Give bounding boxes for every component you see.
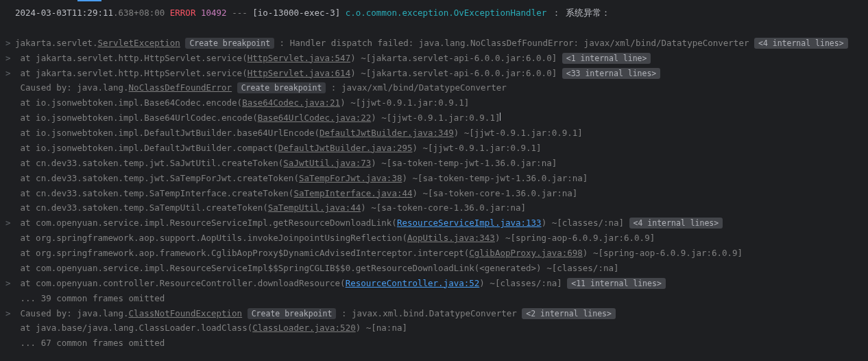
source-link[interactable]: ClassLoader.java:520	[252, 323, 356, 333]
timestamp: 2024-03-03T11:29:11.638+08:00	[15, 8, 165, 18]
fold-caret[interactable]: >	[5, 276, 15, 291]
fold-caret[interactable]: >	[5, 216, 15, 231]
log-message: 系统异常：	[566, 8, 610, 18]
exception-link[interactable]: ServletException	[97, 38, 180, 48]
internal-lines-badge[interactable]: <1 internal line>	[562, 53, 651, 64]
fold-caret[interactable]: >	[5, 36, 15, 51]
create-breakpoint-button[interactable]: Create breakpoint	[248, 308, 337, 319]
frames-omitted: ... 67 common frames omitted	[0, 336, 868, 351]
log-level: ERROR	[170, 8, 196, 18]
source-link[interactable]: DefaultJwtBuilder.java:295	[278, 143, 413, 153]
exception-line: >jakarta.servlet.ServletException Create…	[0, 36, 868, 51]
source-link[interactable]: SaJwtUtil.java:73	[283, 158, 371, 168]
empty-line	[0, 21, 868, 36]
source-link[interactable]: SaTempInterface.java:44	[293, 188, 412, 198]
source-link[interactable]: SaTempForJwt.java:38	[299, 173, 402, 183]
stack-frame: at cn.dev33.satoken.temp.SaTempInterface…	[0, 186, 868, 201]
stack-frame: at cn.dev33.satoken.temp.jwt.SaJwtUtil.c…	[0, 156, 868, 171]
source-link[interactable]: HttpServlet.java:547	[248, 53, 351, 63]
stack-frame: at io.jsonwebtoken.impl.DefaultJwtBuilde…	[0, 141, 868, 156]
internal-lines-badge[interactable]: <33 internal lines>	[562, 68, 661, 79]
pid: 10492	[201, 8, 227, 18]
exception-link[interactable]: ClassNotFoundException	[129, 308, 243, 318]
stack-frame: at com.openyuan.service.impl.ResourceSer…	[0, 261, 868, 276]
log-header: 2024-03-03T11:29:11.638+08:00 ERROR 1049…	[0, 5, 868, 21]
stack-frame: at cn.dev33.satoken.temp.jwt.SaTempForJw…	[0, 171, 868, 186]
stack-frame: at org.springframework.aop.framework.Cgl…	[0, 246, 868, 261]
source-link[interactable]: ResourceController.java:52	[346, 278, 480, 288]
stack-frame: at org.springframework.aop.support.AopUt…	[0, 231, 868, 246]
source-link[interactable]: ResourceServiceImpl.java:133	[397, 218, 542, 228]
stack-frame: > at jakarta.servlet.http.HttpServlet.se…	[0, 51, 868, 66]
stack-frame: at java.base/java.lang.ClassLoader.loadC…	[0, 321, 868, 336]
stack-frame: at io.jsonwebtoken.impl.Base64Codec.enco…	[0, 95, 868, 110]
create-breakpoint-button[interactable]: Create breakpoint	[237, 82, 326, 93]
internal-lines-badge[interactable]: <11 internal lines>	[567, 278, 666, 289]
source-link[interactable]: Base64UrlCodec.java:22	[258, 113, 372, 123]
create-breakpoint-button[interactable]: Create breakpoint	[185, 38, 274, 49]
frames-omitted: ... 39 common frames omitted	[0, 291, 868, 306]
source-link[interactable]: DefaultJwtBuilder.java:349	[320, 128, 454, 138]
internal-lines-badge[interactable]: <4 internal lines>	[754, 38, 848, 49]
caused-by-line: > Caused by: java.lang.ClassNotFoundExce…	[0, 306, 868, 321]
internal-lines-badge[interactable]: <2 internal lines>	[522, 308, 616, 319]
source-link[interactable]: Base64Codec.java:21	[242, 97, 340, 108]
stack-frame: at cn.dev33.satoken.temp.SaTempUtil.crea…	[0, 200, 868, 216]
source-link[interactable]: AopUtils.java:343	[407, 233, 495, 243]
stack-frame: at io.jsonwebtoken.impl.Base64UrlCodec.e…	[0, 110, 868, 126]
source-link[interactable]: SaTempUtil.java:44	[268, 202, 361, 213]
internal-lines-badge[interactable]: <4 internal lines>	[629, 218, 723, 229]
stack-frame: > at com.openyuan.controller.ResourceCon…	[0, 276, 868, 291]
logger: c.o.common.exception.OvExceptionHandler	[346, 8, 547, 18]
caused-by-line: Caused by: java.lang.NoClassDefFoundErro…	[0, 80, 868, 95]
thread: [io-13000-exec-3]	[252, 8, 340, 18]
exception-link[interactable]: NoClassDefFoundError	[129, 82, 232, 93]
stack-frame: > at jakarta.servlet.http.HttpServlet.se…	[0, 66, 868, 81]
fold-caret[interactable]: >	[5, 306, 15, 321]
source-link[interactable]: HttpServlet.java:614	[248, 68, 351, 78]
stack-frame: at io.jsonwebtoken.impl.DefaultJwtBuilde…	[0, 126, 868, 141]
text-cursor	[500, 113, 501, 121]
stack-frame: > at com.openyuan.service.impl.ResourceS…	[0, 216, 868, 231]
fold-caret[interactable]: >	[5, 66, 15, 81]
fold-caret[interactable]: >	[5, 51, 15, 66]
source-link[interactable]: CglibAopProxy.java:698	[469, 248, 583, 258]
